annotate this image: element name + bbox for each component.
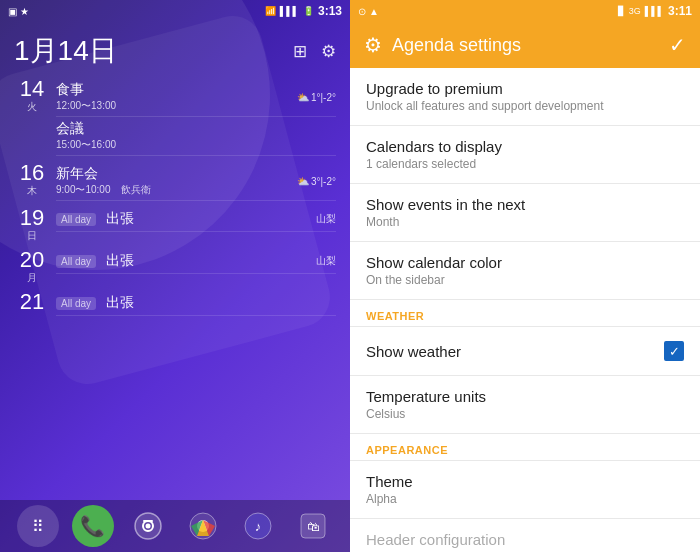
- bottom-bar: ⠿ 📞 ♪: [0, 500, 350, 552]
- music-svg: ♪: [244, 512, 272, 540]
- confirm-button[interactable]: ✓: [669, 33, 686, 57]
- event-20-chuchou[interactable]: All day 出張 山梨: [56, 249, 336, 274]
- calendars-subtitle: 1 calendars selected: [366, 157, 684, 171]
- svg-text:♪: ♪: [254, 519, 261, 534]
- event-title-kaigi: 会議: [56, 120, 336, 138]
- event-weather-shinnenkai: ⛅ 3°|-2°: [297, 176, 336, 187]
- settings-show-weather[interactable]: Show weather ✓: [350, 327, 700, 376]
- event-kaigi[interactable]: 会議 15:00〜16:00: [56, 117, 336, 156]
- status-right-time: ▊ 3G ▌▌▌ 3:11: [618, 4, 692, 18]
- status-bar-right: ⊙ ▲ ▊ 3G ▌▌▌ 3:11: [350, 0, 700, 22]
- time-right: 3:11: [668, 4, 692, 18]
- event-title-shinnenkai: 新年会: [56, 165, 289, 183]
- events-col-14: 食事 12:00〜13:00 ⛅ 1°|-2° 会議 15:00〜16:00: [56, 78, 336, 156]
- header-icons: ⊞ ⚙: [293, 41, 336, 62]
- agenda-header: ⚙ Agenda settings ✓: [350, 22, 700, 68]
- allday-badge-21: All day: [56, 297, 96, 310]
- settings-theme[interactable]: Theme Alpha: [350, 461, 700, 519]
- weather-icon-2: ⛅: [297, 176, 309, 187]
- event-shokuji[interactable]: 食事 12:00〜13:00 ⛅ 1°|-2°: [56, 78, 336, 117]
- allday-badge-20: All day: [56, 255, 96, 268]
- music-button[interactable]: ♪: [237, 505, 279, 547]
- time-left: 3:13: [318, 4, 342, 18]
- right-panel: ⊙ ▲ ▊ 3G ▌▌▌ 3:11 ⚙ Agenda settings ✓ Up…: [350, 0, 700, 552]
- calendars-title: Calendars to display: [366, 138, 684, 155]
- header-config-title: Header configuration: [366, 531, 684, 548]
- day-num-16: 16: [20, 162, 44, 184]
- event-title-shokuji: 食事: [56, 81, 289, 99]
- upgrade-title: Upgrade to premium: [366, 80, 684, 97]
- day-num-14: 14: [20, 78, 44, 100]
- store-button[interactable]: 🛍: [292, 505, 334, 547]
- settings-list: Upgrade to premium Unlock all features a…: [350, 68, 700, 552]
- weather-icon-1: ⛅: [297, 92, 309, 103]
- calendar-header: 1月14日 ⊞ ⚙: [0, 22, 350, 76]
- day-num-21: 21: [20, 291, 44, 313]
- battery-right-icon: ▊: [618, 6, 625, 16]
- event-title-20: 出張: [106, 252, 306, 270]
- event-time-shokuji: 12:00〜13:00: [56, 99, 289, 113]
- status-left-icons: ▣ ★: [8, 6, 29, 17]
- theme-title: Theme: [366, 473, 684, 490]
- event-shinnenkai[interactable]: 新年会 9:00〜10:00 飲兵衛 ⛅ 3°|-2°: [56, 162, 336, 201]
- left-panel: ▣ ★ 📶 ▌▌▌ 🔋 3:13 1月14日 ⊞ ⚙ 14 火: [0, 0, 350, 552]
- chrome-button[interactable]: [182, 505, 224, 547]
- agenda-title-row: ⚙ Agenda settings: [364, 33, 521, 57]
- notification-icon: ★: [20, 6, 29, 17]
- weather-section-header: WEATHER: [350, 300, 700, 327]
- settings-calendar-color[interactable]: Show calendar color On the sidebar: [350, 242, 700, 300]
- event-weather-shokuji: ⛅ 1°|-2°: [297, 92, 336, 103]
- settings-temperature[interactable]: Temperature units Celsius: [350, 376, 700, 434]
- day-name-20: 月: [27, 271, 37, 285]
- calendar-color-title: Show calendar color: [366, 254, 684, 271]
- svg-text:🛍: 🛍: [306, 519, 319, 534]
- sim-icon: 📶: [265, 6, 276, 16]
- day-number-col-20: 20 月: [14, 249, 50, 285]
- grid-icon[interactable]: ⊞: [293, 41, 307, 62]
- events-col-16: 新年会 9:00〜10:00 飲兵衛 ⛅ 3°|-2°: [56, 162, 336, 201]
- day-number-col-16: 16 木: [14, 162, 50, 198]
- event-time-kaigi: 15:00〜16:00: [56, 138, 336, 152]
- upgrade-subtitle: Unlock all features and support developm…: [366, 99, 684, 113]
- apps-icon-button[interactable]: ⠿: [17, 505, 59, 547]
- day-group-16: 16 木 新年会 9:00〜10:00 飲兵衛 ⛅: [8, 160, 342, 203]
- status-right-left-icons: ⊙ ▲: [358, 6, 379, 17]
- day-name-14: 火: [27, 100, 37, 114]
- svg-point-2: [145, 524, 150, 529]
- show-events-title: Show events in the next: [366, 196, 684, 213]
- chrome-svg: [189, 512, 217, 540]
- calendar-color-subtitle: On the sidebar: [366, 273, 684, 287]
- settings-calendars[interactable]: Calendars to display 1 calendars selecte…: [350, 126, 700, 184]
- network-type: 3G: [629, 6, 641, 16]
- show-events-subtitle: Month: [366, 215, 684, 229]
- status-right-info: 📶 ▌▌▌ 🔋 3:13: [265, 4, 342, 18]
- events-col-21: All day 出張: [56, 291, 336, 316]
- event-location-20: 山梨: [316, 254, 336, 268]
- day-num-19: 19: [20, 207, 44, 229]
- camera-svg: [134, 512, 162, 540]
- event-time-shinnenkai: 9:00〜10:00: [56, 183, 111, 197]
- phone-button[interactable]: 📞: [72, 505, 114, 547]
- event-19-chuchou[interactable]: All day 出張 山梨: [56, 207, 336, 232]
- settings-header-config: Header configuration Upgrade to unlock: [350, 519, 700, 552]
- settings-show-events[interactable]: Show events in the next Month: [350, 184, 700, 242]
- header-date: 1月14日: [14, 32, 117, 70]
- signal-icon-right: ▲: [369, 6, 379, 17]
- day-num-20: 20: [20, 249, 44, 271]
- calendar-list: 14 火 食事 12:00〜13:00 ⛅ 1°|-2°: [0, 76, 350, 500]
- settings-upgrade[interactable]: Upgrade to premium Unlock all features a…: [350, 68, 700, 126]
- agenda-title-text: Agenda settings: [392, 35, 521, 56]
- show-weather-checkbox[interactable]: ✓: [664, 341, 684, 361]
- status-bar-left: ▣ ★ 📶 ▌▌▌ 🔋 3:13: [0, 0, 350, 22]
- android-icon: ▣: [8, 6, 17, 17]
- day-number-col-21: 21: [14, 291, 50, 313]
- gear-icon-header: ⚙: [364, 33, 382, 57]
- event-21-chuchou[interactable]: All day 出張: [56, 291, 336, 316]
- settings-icon[interactable]: ⚙: [321, 41, 336, 62]
- day-group-21: 21 All day 出張: [8, 289, 342, 318]
- camera-button[interactable]: [127, 505, 169, 547]
- signal-bars-right: ▌▌▌: [645, 6, 664, 16]
- event-location-shinnenkai: 飲兵衛: [121, 183, 151, 197]
- event-title-19: 出張: [106, 210, 306, 228]
- svg-rect-3: [143, 520, 153, 522]
